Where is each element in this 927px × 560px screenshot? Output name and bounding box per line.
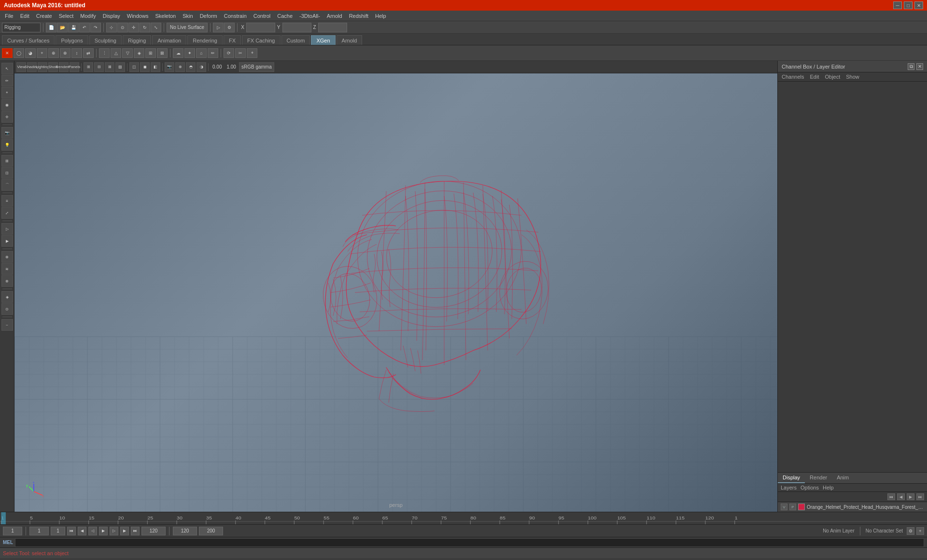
xgen-active-btn[interactable]: ✕ [2,48,13,58]
show-tab[interactable]: Show [844,73,861,80]
tab-curves-surfaces[interactable]: Curves / Surfaces [2,35,55,45]
options-menu[interactable]: Options [801,485,819,490]
misc1-btn[interactable]: ◈ [1,291,13,303]
tool8-btn[interactable]: ⋮ [99,48,110,58]
redo-btn[interactable]: ↷ [90,23,101,32]
z-input[interactable] [318,23,347,32]
menu-select[interactable]: Select [56,12,77,20]
srgb-dropdown[interactable]: sRGB gamma [239,62,274,72]
select-tool-btn[interactable]: ↖ [1,63,13,74]
layer-prev2-btn[interactable]: ◀ [897,493,905,500]
range-end-input[interactable] [199,527,223,535]
scale-btn[interactable]: ⤡ [151,23,161,32]
vt-panels-menu[interactable]: Panels [70,62,79,72]
tool12-btn[interactable]: ⊞ [145,48,156,58]
go-end-btn[interactable]: ⏭ [131,527,140,535]
save-btn[interactable]: 💾 [68,23,79,32]
layer-next2-btn[interactable]: ⏭ [916,493,924,500]
edit-tab[interactable]: Edit [808,73,821,80]
move-pivot-btn[interactable]: ✛ [1,111,13,123]
lasso-btn[interactable]: ⊙ [117,23,128,32]
transform-btn[interactable]: ⤢ [1,207,13,219]
show-grid-btn[interactable]: ⊞ [1,155,13,167]
tab-polygons[interactable]: Polygons [56,35,88,45]
brush-btn[interactable]: ⌖ [1,87,13,98]
frame-start-input[interactable] [29,527,49,535]
mel-input[interactable] [15,538,924,547]
3d-viewport[interactable]: .wire { fill: none; stroke: #cc2244; str… [14,73,777,512]
open-btn[interactable]: 📂 [57,23,68,32]
tool3-btn[interactable]: + [37,48,47,58]
layers-menu[interactable]: Layers [781,485,797,490]
tool1-btn[interactable]: ◯ [14,48,24,58]
menu-cache[interactable]: Cache [274,12,295,20]
tool20-btn[interactable]: ⌖ [247,48,257,58]
layer-next-btn[interactable]: ▶ [907,493,914,500]
tool13-btn[interactable]: ⊠ [157,48,168,58]
layer-p-btn[interactable]: P [789,504,796,510]
menu-windows[interactable]: Windows [124,12,152,20]
render-view-btn[interactable]: ▷ [1,223,13,235]
rotate-btn[interactable]: ↻ [140,23,150,32]
tool6-btn[interactable]: ↕ [71,48,82,58]
tab-xgen[interactable]: XGen [311,35,335,45]
channel-box-float-btn[interactable]: ⧉ [908,63,914,70]
vt-layout4-btn[interactable]: ▨ [115,62,125,72]
tool17-btn[interactable]: ✏ [208,48,218,58]
tool11-btn[interactable]: ◈ [134,48,144,58]
vt-solid-btn[interactable]: ◼ [140,62,150,72]
vt-layout-btn[interactable]: ⊞ [84,62,93,72]
paint-tool-btn[interactable]: ✏ [1,75,13,86]
vt-shadows-btn[interactable]: ◓ [186,62,196,72]
tool16-btn[interactable]: ⌂ [196,48,207,58]
minimize-button[interactable]: ─ [893,1,902,9]
channel-box-close-btn[interactable]: ✕ [916,63,923,70]
anim-btn[interactable]: ≋ [1,263,13,275]
menu-skin[interactable]: Skin [180,12,196,20]
vt-lighting-menu[interactable]: Lighting [38,62,47,72]
render-options-btn[interactable]: ⚙ [224,23,235,32]
undo-btn[interactable]: ↶ [79,23,90,32]
char-set-plus-btn[interactable]: + [916,527,924,535]
channels-tab[interactable]: Channels [780,73,806,80]
move-btn[interactable]: ✛ [128,23,139,32]
menu-3dtool[interactable]: -3DtoAll- [296,12,323,20]
menu-deform[interactable]: Deform [197,12,220,20]
new-file-btn[interactable]: 📄 [46,23,56,32]
tab-custom[interactable]: Custom [281,35,310,45]
camera-btn[interactable]: 📷 [1,127,13,139]
menu-create[interactable]: Create [33,12,55,20]
x-input[interactable] [246,23,275,32]
tab-fx-caching[interactable]: FX Caching [242,35,280,45]
misc3-btn[interactable]: − [1,319,13,331]
mode-selector[interactable]: Rigging [2,23,41,32]
range-start-input[interactable] [173,527,197,535]
next-frame-btn[interactable]: ▶ [120,527,129,535]
anim-tab[interactable]: Anim [832,473,854,483]
menu-skeleton[interactable]: Skeleton [152,12,179,20]
timeline[interactable]: 1 5 10 15 20 25 30 35 40 45 50 55 60 [0,512,927,524]
tool9-btn[interactable]: △ [111,48,121,58]
tool19-btn[interactable]: ✂ [235,48,246,58]
ipr-btn[interactable]: ▶ [1,235,13,247]
select-btn[interactable]: ⊹ [106,23,117,32]
tool18-btn[interactable]: ⟳ [224,48,234,58]
vt-renderer-menu[interactable]: Renderer [59,62,69,72]
end-frame-input[interactable] [141,527,166,535]
menu-modify[interactable]: Modify [77,12,98,20]
prev-frame-btn[interactable]: ◀ [78,527,86,535]
vt-lights-btn[interactable]: ⊕ [175,62,185,72]
tool15-btn[interactable]: ✦ [184,48,195,58]
tab-rigging[interactable]: Rigging [123,35,151,45]
vt-textured-btn[interactable]: ◧ [151,62,160,72]
vt-layout3-btn[interactable]: ⊠ [105,62,114,72]
menu-control[interactable]: Control [251,12,273,20]
menu-arnold[interactable]: Arnold [324,12,345,20]
snap-grid-btn[interactable]: ⊡ [1,167,13,179]
tool10-btn[interactable]: ▽ [122,48,133,58]
misc2-btn[interactable]: ⊙ [1,303,13,315]
menu-file[interactable]: File [2,12,16,20]
display-tab[interactable]: Display [778,473,805,483]
go-start-btn[interactable]: ⏮ [67,527,76,535]
tool4-btn[interactable]: ⊕ [48,48,59,58]
